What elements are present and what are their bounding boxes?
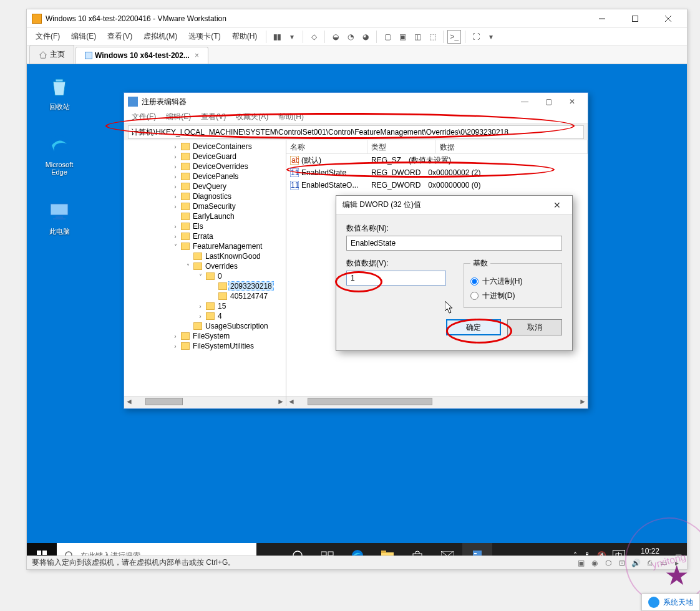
regedit-address-bar[interactable]: 计算机\HKEY_LOCAL_MACHINE\SYSTEM\ControlSet… <box>128 125 584 139</box>
tree-expand-icon[interactable]: › <box>172 233 179 240</box>
tree-item[interactable]: ˅FeatureManagement <box>124 241 286 251</box>
tree-expand-icon[interactable]: › <box>197 303 204 310</box>
tree-expand-icon[interactable]: › <box>172 333 179 340</box>
tree-item[interactable]: ›DeviceContainers <box>124 142 286 152</box>
maximize-button[interactable] <box>621 10 649 27</box>
tree-item[interactable]: ˅Overrides <box>124 261 286 271</box>
tree-item[interactable]: ›DmaSecurity <box>124 201 286 211</box>
value-row[interactable]: 110EnabledStateREG_DWORD0x00000002 (2) <box>286 166 588 179</box>
tree-horizontal-scrollbar[interactable]: ◄► <box>124 396 286 406</box>
tree-expand-icon[interactable]: › <box>172 143 179 150</box>
tree-item[interactable]: ›DevQuery <box>124 181 286 191</box>
regedit-menu-help[interactable]: 帮助(H) <box>273 110 309 123</box>
regedit-menu-file[interactable]: 文件(F) <box>127 110 161 123</box>
menu-file[interactable]: 文件(F) <box>31 29 65 44</box>
dword-name-input[interactable] <box>346 236 562 251</box>
tree-item[interactable]: ›15 <box>124 301 286 311</box>
tree-item[interactable]: 405124747 <box>124 291 286 301</box>
value-row[interactable]: ab(默认)REG_SZ(数值未设置) <box>286 154 588 166</box>
list-horizontal-scrollbar[interactable]: ◄► <box>286 396 588 406</box>
tree-expand-icon[interactable]: ˅ <box>197 273 204 280</box>
capture-icon[interactable]: ◒ <box>329 30 343 44</box>
col-data[interactable]: 数据 <box>436 140 588 153</box>
snapshot-icon[interactable]: ◇ <box>307 30 321 44</box>
tree-expand-icon[interactable]: › <box>172 153 179 160</box>
tree-expand-icon[interactable]: › <box>197 313 204 320</box>
tree-item[interactable]: ›DeviceGuard <box>124 152 286 161</box>
regedit-maximize[interactable]: ▢ <box>537 97 560 106</box>
tree-item[interactable]: ›DeviceOverrides <box>124 161 286 171</box>
regedit-tree[interactable]: ›DeviceContainers›DeviceGuard›DeviceOver… <box>124 140 286 406</box>
tree-item[interactable]: ›Diagnostics <box>124 191 286 201</box>
tree-item[interactable]: ›DevicePanels <box>124 171 286 181</box>
tree-item[interactable]: ›4 <box>124 311 286 321</box>
regedit-menu-fav[interactable]: 收藏夹(A) <box>231 110 273 123</box>
menu-vm[interactable]: 虚拟机(M) <box>139 29 182 44</box>
menu-tabs[interactable]: 选项卡(T) <box>183 29 225 44</box>
value-row[interactable]: 110EnabledStateO...REG_DWORD0x00000000 (… <box>286 179 588 191</box>
multi-monitor-icon[interactable]: ◫ <box>411 30 424 44</box>
dev-hdd-icon[interactable]: ▣ <box>576 558 586 568</box>
dropdown-icon[interactable]: ▾ <box>285 30 299 44</box>
tree-expand-icon[interactable]: ˅ <box>172 243 179 250</box>
tree-item[interactable]: ›Errata <box>124 231 286 241</box>
radio-dec[interactable]: 十进制(D) <box>470 291 555 301</box>
col-type[interactable]: 类型 <box>367 140 436 153</box>
tree-expand-icon[interactable]: › <box>172 193 179 200</box>
radio-hex[interactable]: 十六进制(H) <box>470 276 555 287</box>
tree-expand-icon[interactable]: › <box>172 183 179 190</box>
tree-item-label: 15 <box>216 302 227 310</box>
tree-item[interactable]: LastKnownGood <box>124 251 286 261</box>
tree-item[interactable]: ›FileSystemUtilities <box>124 341 286 351</box>
ok-button[interactable]: 确定 <box>446 319 501 335</box>
tree-expand-icon[interactable]: › <box>172 173 179 180</box>
vmware-window: Windows 10 x64-test-20200416 - VMware Wo… <box>26 9 688 570</box>
menu-edit[interactable]: 编辑(E) <box>66 29 101 44</box>
regedit-menu-view[interactable]: 查看(V) <box>196 110 231 123</box>
cancel-button[interactable]: 取消 <box>507 319 562 335</box>
menu-help[interactable]: 帮助(H) <box>227 29 263 44</box>
desktop-recycle-bin[interactable]: 回收站 <box>36 74 83 112</box>
tree-item[interactable]: EarlyLaunch <box>124 211 286 221</box>
dword-close-button[interactable]: ✕ <box>548 200 566 210</box>
desktop-this-pc[interactable]: 此电脑 <box>36 199 83 236</box>
vm-viewport[interactable]: 回收站 Microsoft Edge 此电脑 注册表编辑器 — ▢ ✕ 文件(F… <box>27 64 687 568</box>
tree-expand-icon[interactable]: › <box>172 203 179 210</box>
dword-data-input[interactable] <box>346 271 446 286</box>
dev-cd-icon[interactable]: ◉ <box>590 558 600 568</box>
tree-item[interactable]: UsageSubscription <box>124 321 286 331</box>
desktop-edge[interactable]: Microsoft Edge <box>36 133 83 176</box>
fit-icon[interactable]: ⛶ <box>469 30 483 44</box>
dev-net-icon[interactable]: ⬡ <box>603 558 613 568</box>
site-button[interactable]: 系统天地 <box>641 594 700 611</box>
close-tab-icon[interactable]: × <box>195 51 199 60</box>
tab-home[interactable]: 主页 <box>29 45 74 64</box>
pause-icon[interactable]: ▮▮ <box>270 30 284 44</box>
minimize-button[interactable] <box>588 10 616 27</box>
regedit-minimize[interactable]: — <box>513 97 537 106</box>
tree-item[interactable]: ›Els <box>124 221 286 231</box>
tree-expand-icon[interactable]: › <box>172 163 179 170</box>
revert-icon[interactable]: ◕ <box>359 30 372 44</box>
snapshot-manager-icon[interactable]: ◔ <box>344 30 357 44</box>
console-icon[interactable]: >_ <box>447 30 461 44</box>
dropdown2-icon[interactable]: ▾ <box>484 30 498 44</box>
tree-expand-icon[interactable]: › <box>172 223 179 230</box>
regedit-close[interactable]: ✕ <box>560 97 584 106</box>
radio-hex-input[interactable] <box>470 277 479 286</box>
tree-expand-icon[interactable]: ˅ <box>184 263 192 270</box>
cycle-icon[interactable]: ⬚ <box>425 30 439 44</box>
folder-icon <box>181 213 190 220</box>
tree-item[interactable]: 2093230218 <box>124 281 286 291</box>
fullscreen-icon[interactable]: ▢ <box>381 30 394 44</box>
regedit-menu-edit[interactable]: 编辑(E) <box>161 110 196 123</box>
close-button[interactable] <box>654 10 682 27</box>
tree-item[interactable]: ˅0 <box>124 271 286 281</box>
col-name[interactable]: 名称 <box>286 140 367 153</box>
menu-view[interactable]: 查看(V) <box>102 29 137 44</box>
radio-dec-input[interactable] <box>470 292 479 300</box>
tree-item[interactable]: ›FileSystem <box>124 331 286 341</box>
tab-vm[interactable]: Windows 10 x64-test-202... × <box>75 47 208 64</box>
unity-icon[interactable]: ▣ <box>396 30 409 44</box>
tree-expand-icon[interactable]: › <box>172 343 179 350</box>
